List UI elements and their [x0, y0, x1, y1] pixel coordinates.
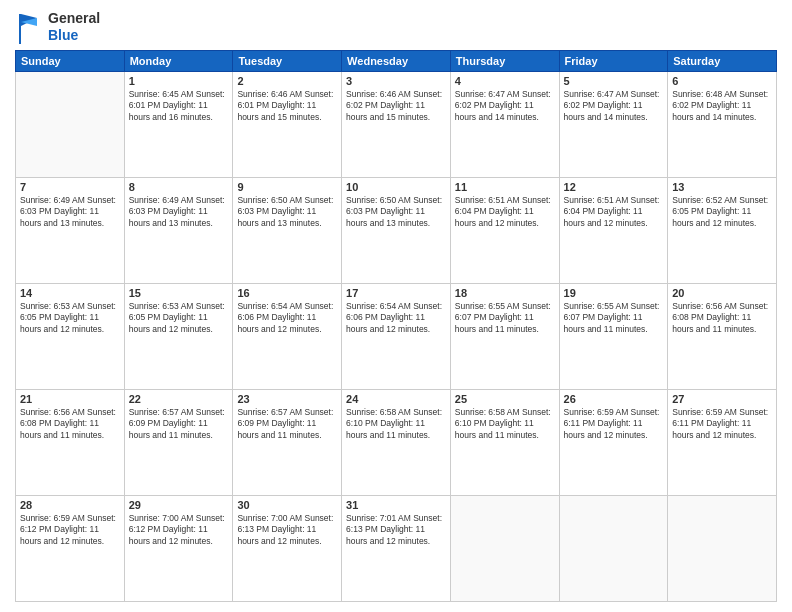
day-number: 24	[346, 393, 446, 405]
calendar-cell: 18Sunrise: 6:55 AM Sunset: 6:07 PM Dayli…	[450, 284, 559, 390]
cell-info: Sunrise: 6:51 AM Sunset: 6:04 PM Dayligh…	[455, 195, 555, 229]
cell-info: Sunrise: 6:47 AM Sunset: 6:02 PM Dayligh…	[564, 89, 664, 123]
calendar-cell: 3Sunrise: 6:46 AM Sunset: 6:02 PM Daylig…	[342, 72, 451, 178]
week-row-1: 7Sunrise: 6:49 AM Sunset: 6:03 PM Daylig…	[16, 178, 777, 284]
cell-info: Sunrise: 6:58 AM Sunset: 6:10 PM Dayligh…	[455, 407, 555, 441]
day-number: 13	[672, 181, 772, 193]
calendar-cell	[559, 496, 668, 602]
cell-info: Sunrise: 6:58 AM Sunset: 6:10 PM Dayligh…	[346, 407, 446, 441]
day-header-saturday: Saturday	[668, 51, 777, 72]
day-number: 6	[672, 75, 772, 87]
cell-info: Sunrise: 6:54 AM Sunset: 6:06 PM Dayligh…	[237, 301, 337, 335]
day-header-tuesday: Tuesday	[233, 51, 342, 72]
calendar-cell: 28Sunrise: 6:59 AM Sunset: 6:12 PM Dayli…	[16, 496, 125, 602]
day-number: 5	[564, 75, 664, 87]
day-number: 11	[455, 181, 555, 193]
day-number: 17	[346, 287, 446, 299]
day-header-friday: Friday	[559, 51, 668, 72]
cell-info: Sunrise: 6:47 AM Sunset: 6:02 PM Dayligh…	[455, 89, 555, 123]
cell-info: Sunrise: 6:52 AM Sunset: 6:05 PM Dayligh…	[672, 195, 772, 229]
day-number: 12	[564, 181, 664, 193]
calendar-cell: 9Sunrise: 6:50 AM Sunset: 6:03 PM Daylig…	[233, 178, 342, 284]
calendar-cell: 7Sunrise: 6:49 AM Sunset: 6:03 PM Daylig…	[16, 178, 125, 284]
calendar-cell: 26Sunrise: 6:59 AM Sunset: 6:11 PM Dayli…	[559, 390, 668, 496]
calendar-cell: 4Sunrise: 6:47 AM Sunset: 6:02 PM Daylig…	[450, 72, 559, 178]
calendar-cell: 12Sunrise: 6:51 AM Sunset: 6:04 PM Dayli…	[559, 178, 668, 284]
calendar-cell: 16Sunrise: 6:54 AM Sunset: 6:06 PM Dayli…	[233, 284, 342, 390]
day-number: 18	[455, 287, 555, 299]
day-number: 22	[129, 393, 229, 405]
day-number: 21	[20, 393, 120, 405]
cell-info: Sunrise: 6:55 AM Sunset: 6:07 PM Dayligh…	[455, 301, 555, 335]
calendar-cell: 13Sunrise: 6:52 AM Sunset: 6:05 PM Dayli…	[668, 178, 777, 284]
day-number: 19	[564, 287, 664, 299]
day-header-thursday: Thursday	[450, 51, 559, 72]
day-number: 8	[129, 181, 229, 193]
calendar-cell: 15Sunrise: 6:53 AM Sunset: 6:05 PM Dayli…	[124, 284, 233, 390]
calendar-cell	[16, 72, 125, 178]
calendar-cell: 22Sunrise: 6:57 AM Sunset: 6:09 PM Dayli…	[124, 390, 233, 496]
logo: GeneralBlue	[15, 10, 100, 44]
cell-info: Sunrise: 6:49 AM Sunset: 6:03 PM Dayligh…	[129, 195, 229, 229]
calendar-cell: 24Sunrise: 6:58 AM Sunset: 6:10 PM Dayli…	[342, 390, 451, 496]
day-number: 26	[564, 393, 664, 405]
day-number: 10	[346, 181, 446, 193]
calendar-cell: 25Sunrise: 6:58 AM Sunset: 6:10 PM Dayli…	[450, 390, 559, 496]
header: GeneralBlue	[15, 10, 777, 44]
day-number: 4	[455, 75, 555, 87]
calendar-cell: 31Sunrise: 7:01 AM Sunset: 6:13 PM Dayli…	[342, 496, 451, 602]
day-number: 27	[672, 393, 772, 405]
calendar-cell: 17Sunrise: 6:54 AM Sunset: 6:06 PM Dayli…	[342, 284, 451, 390]
week-row-4: 28Sunrise: 6:59 AM Sunset: 6:12 PM Dayli…	[16, 496, 777, 602]
calendar-cell: 6Sunrise: 6:48 AM Sunset: 6:02 PM Daylig…	[668, 72, 777, 178]
cell-info: Sunrise: 6:57 AM Sunset: 6:09 PM Dayligh…	[237, 407, 337, 441]
day-number: 3	[346, 75, 446, 87]
week-row-0: 1Sunrise: 6:45 AM Sunset: 6:01 PM Daylig…	[16, 72, 777, 178]
cell-info: Sunrise: 6:46 AM Sunset: 6:02 PM Dayligh…	[346, 89, 446, 123]
calendar-cell: 20Sunrise: 6:56 AM Sunset: 6:08 PM Dayli…	[668, 284, 777, 390]
calendar-cell: 23Sunrise: 6:57 AM Sunset: 6:09 PM Dayli…	[233, 390, 342, 496]
cell-info: Sunrise: 7:01 AM Sunset: 6:13 PM Dayligh…	[346, 513, 446, 547]
day-number: 1	[129, 75, 229, 87]
day-number: 31	[346, 499, 446, 511]
calendar-cell: 29Sunrise: 7:00 AM Sunset: 6:12 PM Dayli…	[124, 496, 233, 602]
day-number: 20	[672, 287, 772, 299]
page: GeneralBlue SundayMondayTuesdayWednesday…	[0, 0, 792, 612]
calendar-cell: 5Sunrise: 6:47 AM Sunset: 6:02 PM Daylig…	[559, 72, 668, 178]
cell-info: Sunrise: 6:50 AM Sunset: 6:03 PM Dayligh…	[346, 195, 446, 229]
day-number: 25	[455, 393, 555, 405]
calendar-cell: 11Sunrise: 6:51 AM Sunset: 6:04 PM Dayli…	[450, 178, 559, 284]
calendar-table: SundayMondayTuesdayWednesdayThursdayFrid…	[15, 50, 777, 602]
day-number: 9	[237, 181, 337, 193]
cell-info: Sunrise: 6:54 AM Sunset: 6:06 PM Dayligh…	[346, 301, 446, 335]
calendar-cell: 1Sunrise: 6:45 AM Sunset: 6:01 PM Daylig…	[124, 72, 233, 178]
cell-info: Sunrise: 6:51 AM Sunset: 6:04 PM Dayligh…	[564, 195, 664, 229]
day-number: 7	[20, 181, 120, 193]
day-number: 30	[237, 499, 337, 511]
cell-info: Sunrise: 6:55 AM Sunset: 6:07 PM Dayligh…	[564, 301, 664, 335]
cell-info: Sunrise: 6:59 AM Sunset: 6:11 PM Dayligh…	[564, 407, 664, 441]
calendar-cell	[668, 496, 777, 602]
cell-info: Sunrise: 7:00 AM Sunset: 6:12 PM Dayligh…	[129, 513, 229, 547]
cell-info: Sunrise: 6:50 AM Sunset: 6:03 PM Dayligh…	[237, 195, 337, 229]
day-number: 23	[237, 393, 337, 405]
day-number: 29	[129, 499, 229, 511]
cell-info: Sunrise: 6:59 AM Sunset: 6:11 PM Dayligh…	[672, 407, 772, 441]
header-row: SundayMondayTuesdayWednesdayThursdayFrid…	[16, 51, 777, 72]
calendar-cell: 8Sunrise: 6:49 AM Sunset: 6:03 PM Daylig…	[124, 178, 233, 284]
cell-info: Sunrise: 6:46 AM Sunset: 6:01 PM Dayligh…	[237, 89, 337, 123]
day-number: 16	[237, 287, 337, 299]
day-number: 14	[20, 287, 120, 299]
day-number: 15	[129, 287, 229, 299]
day-number: 28	[20, 499, 120, 511]
calendar-cell: 27Sunrise: 6:59 AM Sunset: 6:11 PM Dayli…	[668, 390, 777, 496]
day-number: 2	[237, 75, 337, 87]
cell-info: Sunrise: 6:45 AM Sunset: 6:01 PM Dayligh…	[129, 89, 229, 123]
cell-info: Sunrise: 6:53 AM Sunset: 6:05 PM Dayligh…	[129, 301, 229, 335]
cell-info: Sunrise: 7:00 AM Sunset: 6:13 PM Dayligh…	[237, 513, 337, 547]
cell-info: Sunrise: 6:56 AM Sunset: 6:08 PM Dayligh…	[672, 301, 772, 335]
calendar-cell: 21Sunrise: 6:56 AM Sunset: 6:08 PM Dayli…	[16, 390, 125, 496]
cell-info: Sunrise: 6:49 AM Sunset: 6:03 PM Dayligh…	[20, 195, 120, 229]
cell-info: Sunrise: 6:48 AM Sunset: 6:02 PM Dayligh…	[672, 89, 772, 123]
calendar-cell: 2Sunrise: 6:46 AM Sunset: 6:01 PM Daylig…	[233, 72, 342, 178]
